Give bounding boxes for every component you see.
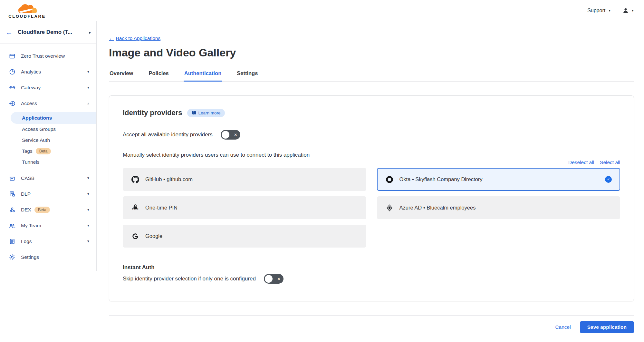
tab-policies[interactable]: Policies: [148, 68, 169, 82]
sidebar-item-tunnels[interactable]: Tunnels: [0, 157, 96, 168]
provider-tile-google[interactable]: Google: [123, 225, 366, 248]
chevron-down-icon: ▼: [87, 192, 90, 196]
sidebar-item-my-team[interactable]: My Team ▼: [0, 218, 96, 233]
document-lines-icon: [9, 238, 16, 245]
chevron-down-icon: ▼: [87, 224, 90, 227]
network-cluster-icon: [9, 207, 16, 213]
learn-more-badge[interactable]: Learn more: [187, 109, 225, 117]
provider-tile-github[interactable]: GitHub • github.com: [123, 168, 366, 191]
people-icon: [9, 222, 16, 229]
chevron-down-icon: ▼: [87, 70, 90, 73]
accept-all-toggle[interactable]: ✕: [221, 130, 240, 140]
sidebar: ← Cloudflare Demo (T... ▸ Zero Trust ove…: [0, 21, 97, 271]
beta-badge: Beta: [34, 207, 50, 213]
page-title: Image and Video Gallery: [109, 46, 634, 59]
chevron-down-icon: ▼: [87, 86, 90, 89]
window-icon: [9, 53, 16, 59]
instant-auth-heading: Instant Auth: [123, 264, 620, 271]
chevron-down-icon: ▼: [608, 9, 611, 12]
azure-ad-icon: [385, 204, 394, 212]
gateway-icon: [9, 84, 16, 91]
github-icon: [131, 176, 139, 183]
deselect-all-link[interactable]: Deselect all: [568, 160, 594, 165]
book-icon: [191, 111, 196, 115]
footer-actions: Cancel Save application: [109, 321, 634, 333]
sidebar-nav: Zero Trust overview Analytics ▼: [0, 44, 96, 265]
chevron-down-icon: ▼: [87, 208, 90, 211]
back-arrow-icon: ←: [109, 35, 114, 41]
card-title: Identity providers: [123, 109, 182, 117]
user-icon: [622, 7, 629, 14]
sidebar-item-tags[interactable]: Tags Beta: [0, 146, 96, 157]
chevron-down-icon: ▼: [87, 239, 90, 243]
casb-icon: [9, 175, 16, 181]
toggle-knob: [222, 131, 229, 139]
one-time-pin-icon: ****: [131, 204, 139, 211]
sidebar-item-zero-trust-overview[interactable]: Zero Trust overview: [0, 48, 96, 64]
access-icon: [9, 100, 16, 107]
accept-all-label: Accept all available identity providers: [123, 132, 213, 138]
chevron-right-icon: ▸: [89, 30, 91, 35]
main-content: ← Back to Applications Image and Video G…: [97, 21, 644, 333]
identity-providers-card: Identity providers Learn more Accept all…: [109, 95, 634, 301]
sidebar-item-dex[interactable]: DEX Beta ▼: [0, 202, 96, 218]
cloudflare-logo: CLOUDFLARE: [5, 3, 50, 19]
tab-overview[interactable]: Overview: [109, 68, 134, 82]
select-all-link[interactable]: Select all: [600, 160, 620, 165]
user-menu-button[interactable]: ▼: [622, 7, 634, 14]
beta-badge: Beta: [36, 148, 51, 154]
tab-settings[interactable]: Settings: [236, 68, 258, 82]
chevron-down-icon: ▼: [631, 9, 634, 12]
footer-divider: [109, 315, 634, 316]
support-menu-button[interactable]: Support ▼: [587, 8, 611, 14]
sidebar-item-gateway[interactable]: Gateway ▼: [0, 80, 96, 95]
chevron-down-icon: ▼: [87, 176, 90, 180]
tab-authentication[interactable]: Authentication: [184, 68, 222, 82]
toggle-off-icon: ✕: [234, 133, 237, 137]
provider-tile-one-time-pin[interactable]: **** One-time PIN: [123, 196, 366, 219]
sidebar-item-logs[interactable]: Logs ▼: [0, 233, 96, 249]
toggle-knob: [265, 275, 273, 283]
skip-selection-label: Skip identity provider selection if only…: [123, 276, 256, 282]
account-switcher[interactable]: ← Cloudflare Demo (T... ▸: [0, 21, 96, 44]
document-lock-icon: [9, 191, 16, 197]
instant-auth-toggle[interactable]: ✕: [264, 274, 284, 284]
okta-icon: [385, 176, 394, 183]
cloudflare-cloud-icon: [12, 3, 42, 15]
pie-chart-icon: [9, 69, 16, 75]
support-label: Support: [587, 8, 605, 14]
cloudflare-wordmark: CLOUDFLARE: [8, 14, 46, 19]
tab-bar: Overview Policies Authentication Setting…: [109, 68, 634, 82]
back-to-applications-link[interactable]: ← Back to Applications: [109, 35, 160, 41]
sidebar-item-access[interactable]: Access ▲: [0, 95, 96, 111]
google-icon: [131, 233, 139, 240]
sidebar-item-applications[interactable]: Applications: [11, 112, 96, 124]
sidebar-item-access-groups[interactable]: Access Groups: [0, 124, 96, 135]
provider-tile-azure-ad[interactable]: Azure AD • Bluecalm employees: [377, 196, 620, 219]
toggle-off-icon: ✕: [277, 277, 281, 281]
back-arrow-icon[interactable]: ←: [6, 29, 13, 36]
sidebar-item-analytics[interactable]: Analytics ▼: [0, 64, 96, 80]
sidebar-item-casb[interactable]: CASB ▼: [0, 170, 96, 186]
chevron-up-icon: ▲: [87, 102, 90, 105]
top-bar: CLOUDFLARE Support ▼ ▼: [0, 0, 644, 21]
provider-grid: GitHub • github.com Okta • Skyflash Comp…: [123, 168, 620, 248]
manual-select-hint: Manually select identity providers users…: [123, 152, 620, 158]
provider-tile-okta[interactable]: Okta • Skyflash Company Directory ✓: [377, 168, 620, 191]
save-application-button[interactable]: Save application: [580, 321, 634, 333]
selected-check-icon: ✓: [605, 176, 612, 183]
access-subnav: Applications Access Groups Service Auth …: [0, 111, 96, 170]
account-name: Cloudflare Demo (T...: [18, 29, 89, 35]
sidebar-item-settings[interactable]: Settings: [0, 249, 96, 265]
sidebar-item-service-auth[interactable]: Service Auth: [0, 135, 96, 146]
gear-icon: [9, 254, 16, 260]
cancel-button[interactable]: Cancel: [555, 324, 571, 330]
sidebar-item-dlp[interactable]: DLP ▼: [0, 186, 96, 202]
